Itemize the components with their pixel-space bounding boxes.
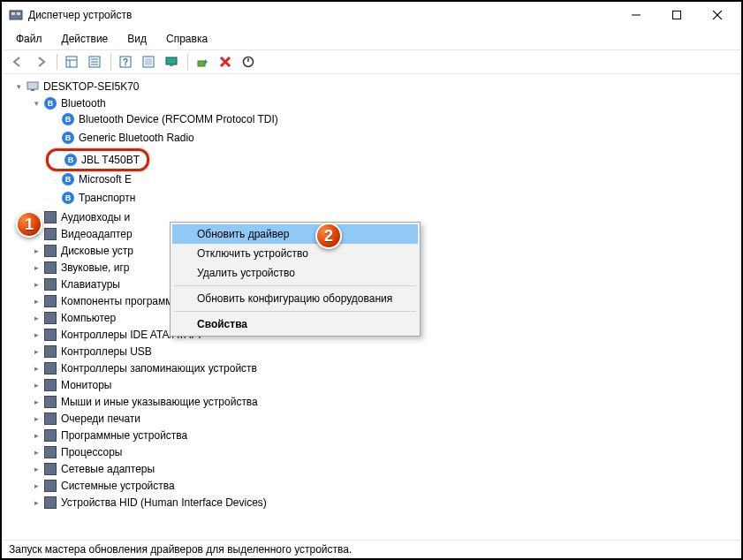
context-menu-separator: [174, 311, 416, 312]
tree-category[interactable]: ▸Видеоадаптер: [28, 226, 134, 242]
tree-device[interactable]: BBluetooth Device (RFCOMM Protocol TDI): [46, 111, 280, 127]
tree-category-label: Bluetooth: [61, 95, 106, 111]
tree-category-label: Контроллеры USB: [61, 344, 152, 359]
tree-category-label: Сетевые адаптеры: [61, 461, 155, 477]
expand-icon[interactable]: ▸: [30, 396, 42, 408]
window-controls: [616, 2, 738, 28]
expand-icon[interactable]: ▸: [30, 412, 42, 425]
tree-category-label: Компьютер: [61, 310, 116, 326]
tree-category[interactable]: ▸Мыши и иные указывающие устройства: [28, 394, 260, 410]
context-menu-uninstall-device[interactable]: Удалить устройство: [172, 263, 418, 283]
tree-category-label: Системные устройства: [61, 478, 175, 494]
disable-button[interactable]: [238, 52, 259, 72]
expand-icon[interactable]: ▸: [30, 379, 42, 391]
tree-category[interactable]: ▸Программные устройства: [28, 428, 189, 443]
device-category-icon: [43, 277, 57, 291]
bluetooth-icon: B: [61, 191, 75, 205]
expand-icon[interactable]: ▸: [30, 295, 42, 307]
device-category-icon: [43, 395, 57, 409]
expand-icon[interactable]: ▸: [30, 496, 42, 509]
context-menu-properties[interactable]: Свойства: [172, 314, 418, 334]
annotation-badge-1: 1: [16, 211, 42, 238]
computer-icon: [26, 79, 40, 94]
tree-device-label: Транспортн: [79, 190, 135, 206]
tree-category[interactable]: ▸Дисковые устр: [28, 243, 135, 259]
update-driver-button[interactable]: [192, 52, 213, 72]
close-button[interactable]: [697, 2, 738, 28]
menu-help[interactable]: Справка: [157, 30, 216, 48]
context-menu-separator: [174, 285, 416, 286]
expand-icon[interactable]: ▸: [30, 429, 42, 442]
uninstall-button[interactable]: [215, 52, 236, 72]
expand-icon[interactable]: ▸: [30, 345, 42, 358]
tree-category[interactable]: ▸Клавиатуры: [28, 276, 122, 292]
menu-view[interactable]: Вид: [118, 30, 155, 48]
tree-category-label: Мыши и иные указывающие устройства: [61, 394, 258, 410]
toolbar: ?: [2, 49, 741, 74]
svg-rect-24: [27, 82, 38, 89]
scan-button[interactable]: [138, 52, 159, 72]
tree-device-label: JBL T450BT: [81, 152, 140, 168]
expand-icon[interactable]: ▸: [30, 329, 42, 341]
expand-icon[interactable]: ▸: [30, 362, 42, 375]
tree-device[interactable]: BMicrosoft E: [46, 171, 133, 187]
tree-category[interactable]: ▸Контроллеры USB: [28, 344, 154, 359]
svg-text:?: ?: [123, 57, 128, 67]
collapse-icon[interactable]: ▾: [30, 97, 42, 110]
tree-category[interactable]: ▸Очереди печати: [28, 411, 142, 427]
device-category-icon: [43, 479, 57, 493]
expand-icon[interactable]: ▸: [30, 446, 42, 458]
properties-button[interactable]: [84, 52, 105, 72]
svg-rect-4: [673, 11, 681, 19]
tree-category-label: Аудиовходы и: [61, 209, 130, 225]
toolbar-separator: [187, 54, 188, 70]
expand-icon[interactable]: ▸: [30, 463, 42, 475]
tree-category[interactable]: ▸Устройства HID (Human Interface Devices…: [28, 495, 269, 511]
bluetooth-icon: B: [61, 172, 75, 186]
expand-icon[interactable]: ▸: [30, 312, 42, 324]
context-menu-update-driver[interactable]: Обновить драйвер: [172, 224, 418, 244]
bluetooth-icon: B: [64, 153, 78, 167]
help-button[interactable]: ?: [115, 52, 136, 72]
tree-category[interactable]: ▸Звуковые, игр: [28, 260, 132, 276]
tree-category[interactable]: ▸Контроллеры запоминающих устройств: [28, 360, 259, 376]
show-hidden-button[interactable]: [61, 52, 82, 72]
device-category-icon: [43, 261, 57, 275]
tree-category[interactable]: ▸Компьютер: [28, 310, 118, 326]
minimize-button[interactable]: [616, 2, 656, 28]
tree-device[interactable]: BТранспортн: [46, 190, 137, 206]
device-category-icon: [43, 344, 57, 359]
context-menu-disable-device[interactable]: Отключить устройство: [172, 244, 418, 263]
menu-file[interactable]: Файл: [7, 30, 51, 48]
menu-action[interactable]: Действие: [53, 30, 118, 48]
expand-icon[interactable]: ▸: [30, 245, 42, 257]
window-title: Диспетчер устройств: [28, 9, 616, 21]
tree-device-label: Bluetooth Device (RFCOMM Protocol TDI): [79, 111, 278, 127]
tree-device-selected[interactable]: B JBL T450BT: [46, 148, 149, 171]
forward-button[interactable]: [30, 52, 51, 72]
tree-category[interactable]: ▸Аудиовходы и: [28, 209, 132, 225]
back-button[interactable]: [7, 52, 28, 72]
expand-icon[interactable]: ▸: [30, 261, 42, 274]
context-menu-scan-hardware[interactable]: Обновить конфигурацию оборудования: [172, 289, 418, 308]
tree-category[interactable]: ▸Процессоры: [28, 444, 125, 460]
tree-category-label: Дисковые устр: [61, 243, 133, 259]
tree-device-label: Generic Bluetooth Radio: [79, 130, 194, 146]
tree-category-bluetooth[interactable]: ▾ B Bluetooth: [28, 95, 108, 111]
tree-category[interactable]: ▸Сетевые адаптеры: [28, 461, 156, 477]
expand-icon[interactable]: ▸: [30, 278, 42, 291]
statusbar-text: Запуск мастера обновления драйверов для …: [9, 543, 352, 556]
context-menu: Обновить драйвер Отключить устройство Уд…: [170, 222, 421, 337]
svg-rect-1: [11, 12, 15, 15]
expand-icon[interactable]: ▸: [30, 480, 42, 492]
device-category-icon: [43, 361, 57, 375]
collapse-icon[interactable]: ▾: [12, 80, 25, 93]
monitor-button[interactable]: [161, 52, 182, 72]
app-icon: [9, 8, 23, 22]
device-category-icon: [43, 462, 57, 476]
tree-root[interactable]: ▾ DESKTOP-SEI5K70: [11, 79, 141, 95]
tree-device[interactable]: BGeneric Bluetooth Radio: [46, 130, 196, 146]
tree-category[interactable]: ▸Системные устройства: [28, 478, 177, 494]
tree-category[interactable]: ▸Мониторы: [28, 377, 113, 393]
maximize-button[interactable]: [656, 2, 697, 28]
